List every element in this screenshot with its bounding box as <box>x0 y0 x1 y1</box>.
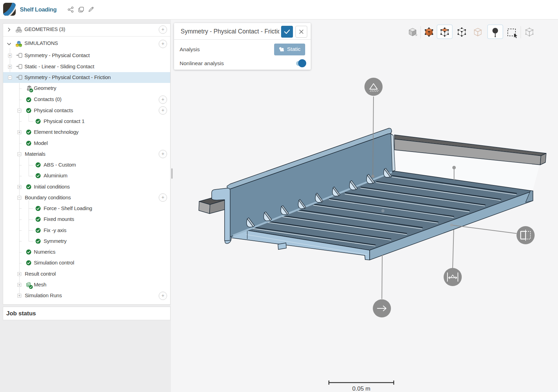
svg-text:0.05 m: 0.05 m <box>352 385 370 392</box>
